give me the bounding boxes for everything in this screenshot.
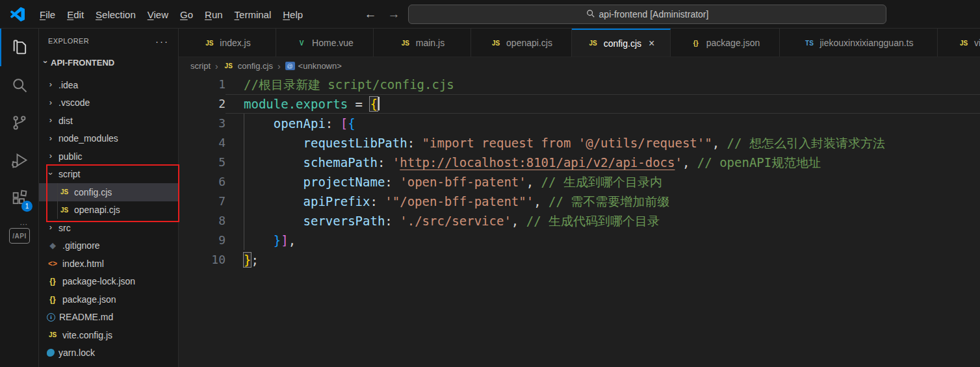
menu-go[interactable]: Go (174, 6, 199, 23)
item-label: .vscode (58, 97, 90, 108)
explorer-icon[interactable] (0, 29, 39, 66)
code-token: , (534, 194, 548, 209)
breadcrumb-item-script[interactable]: script (190, 61, 211, 71)
sidebar-item-package-lock.json[interactable]: {}package-lock.json (39, 273, 178, 291)
line-content: }], (226, 231, 980, 250)
code-token: module.exports (244, 97, 348, 111)
item-label: dist (58, 116, 73, 126)
code-token: , (712, 136, 727, 150)
sidebar-item-node-modules[interactable]: ›node_modules (39, 130, 178, 148)
tab-openapi.cjs[interactable]: JSopenapi.cjs (471, 29, 572, 57)
code-line-10[interactable]: 10}; (179, 250, 980, 270)
search-icon[interactable] (0, 66, 39, 104)
sidebar-item-script[interactable]: ›script (39, 166, 178, 184)
menu-edit[interactable]: Edit (61, 6, 90, 23)
code-line-4[interactable]: 4 requestLibPath: "import request from '… (179, 133, 980, 153)
code-line-9[interactable]: 9 }], (179, 231, 980, 250)
nav-back-icon[interactable]: ← (361, 6, 380, 23)
code-line-6[interactable]: 6 projectName: 'open-bff-patent', // 生成到… (179, 172, 980, 192)
code-token: // 生成代码到哪个目录 (526, 214, 660, 228)
close-icon[interactable]: × (649, 38, 654, 49)
menu-selection[interactable]: Selection (90, 6, 142, 23)
sidebar-item-dist[interactable]: ›dist (39, 112, 178, 130)
menu-run[interactable]: Run (199, 6, 229, 23)
menu-file[interactable]: File (34, 6, 61, 23)
code-line-8[interactable]: 8 serversPath: './src/service', // 生成代码到… (179, 211, 980, 231)
sidebar-item-.idea[interactable]: ›.idea (39, 76, 178, 94)
sidebar-item-.gitignore[interactable]: ◆.gitignore (39, 237, 178, 255)
code-line-3[interactable]: 3 openApi: [{ (179, 114, 980, 133)
sidebar-item-package.json[interactable]: {}package.json (39, 290, 178, 309)
code-token (244, 175, 303, 189)
code-token: = (348, 97, 370, 111)
json-icon: {} (47, 277, 58, 286)
breadcrumb-item--unknown-[interactable]: @<unknown> (285, 61, 342, 71)
js-icon: JS (203, 40, 215, 47)
line-number: 7 (179, 192, 226, 211)
code-token: ' (675, 155, 682, 170)
code-token: './src/service' (400, 214, 511, 228)
line-number: 6 (179, 172, 226, 192)
line-content: openApi: [{ (226, 114, 980, 133)
item-label: config.cjs (74, 187, 112, 197)
code-line-2[interactable]: 2module.exports = { (179, 94, 980, 114)
editor[interactable]: 1//根目录新建 script/config.cjs2module.export… (179, 75, 980, 367)
sidebar-item-readme.md[interactable]: iREADME.md (39, 309, 178, 327)
symbol-icon: @ (285, 62, 295, 70)
sidebar-root-folder[interactable]: › API-FRONTEND (39, 53, 178, 71)
source-control-icon[interactable] (0, 104, 39, 142)
code-line-7[interactable]: 7 apiPrefix: '"/open-bff-patent"', // 需不… (179, 192, 980, 211)
sidebar-item-src[interactable]: ›src (39, 219, 178, 237)
js-icon: JS (58, 207, 70, 214)
tab-main.js[interactable]: JSmain.js (374, 29, 471, 57)
tab-jiekouxinxixiangguan.ts[interactable]: TSjiekouxinxixiangguan.ts (780, 29, 938, 57)
item-label: yarn.lock (58, 348, 95, 358)
code-token: [ (341, 116, 348, 131)
search-icon (586, 9, 595, 20)
menu-bar: FileEditSelectionViewGoRunTerminalHelp (34, 0, 309, 29)
tab-label: package.json (706, 38, 760, 48)
code-token (244, 214, 303, 228)
code-token: : (407, 136, 422, 150)
code-token: , (289, 233, 296, 247)
menu-help[interactable]: Help (277, 6, 309, 23)
line-content: module.exports = { (226, 94, 980, 114)
sidebar-item-openapi.cjs[interactable]: JSopenapi.cjs (39, 201, 178, 220)
code-line-5[interactable]: 5 schemaPath: 'http://localhost:8101/api… (179, 153, 980, 172)
explorer-more-actions-icon[interactable]: ··· (155, 36, 169, 47)
run-debug-icon[interactable] (0, 142, 39, 179)
sidebar-item-vite.config.js[interactable]: JSvite.config.js (39, 326, 178, 344)
code-line-1[interactable]: 1//根目录新建 script/config.cjs (179, 75, 980, 94)
breadcrumb-item-config.cjs[interactable]: JSconfig.cjs (223, 61, 273, 71)
json-icon: {} (690, 40, 702, 47)
chevron-right-icon: › (47, 79, 55, 89)
sidebar-item-index.html[interactable]: <>index.html (39, 255, 178, 273)
extensions-icon[interactable]: 1 (0, 179, 39, 217)
code-token: http://localhost:8101/api/v2/api-docs (400, 155, 675, 170)
code-token (244, 194, 303, 209)
sidebar-item-yarn.lock[interactable]: yarn.lock (39, 344, 178, 362)
command-center-search[interactable]: api-frontend [Administrator] (408, 5, 886, 24)
code-token: ] (281, 233, 288, 247)
tab-index.js[interactable]: JSindex.js (179, 29, 276, 57)
js-icon: JS (490, 40, 502, 47)
api-extension-icon[interactable]: /API (0, 217, 39, 255)
tab-package.json[interactable]: {}package.json (671, 29, 780, 57)
sidebar-item-config.cjs[interactable]: JSconfig.cjs (39, 183, 178, 201)
chevron-right-icon: › (47, 151, 55, 160)
sidebar-item-.vscode[interactable]: ›.vscode (39, 94, 178, 112)
tab-vite[interactable]: JSvite (938, 29, 980, 57)
menu-view[interactable]: View (142, 6, 174, 23)
code-token: } (244, 253, 251, 267)
code-token: 'open-bff-patent' (400, 175, 526, 189)
tab-home.vue[interactable]: VHome.vue (276, 29, 374, 57)
search-text: api-frontend [Administrator] (599, 9, 709, 19)
nav-forward-icon[interactable]: → (385, 6, 403, 23)
line-content: schemaPath: 'http://localhost:8101/api/v… (226, 153, 980, 172)
js-icon: JS (587, 40, 599, 47)
js-icon: JS (958, 40, 970, 47)
tab-config.cjs[interactable]: JSconfig.cjs× (572, 29, 671, 57)
code-token (244, 233, 274, 247)
sidebar-item-public[interactable]: ›public (39, 147, 178, 166)
menu-terminal[interactable]: Terminal (229, 6, 277, 23)
